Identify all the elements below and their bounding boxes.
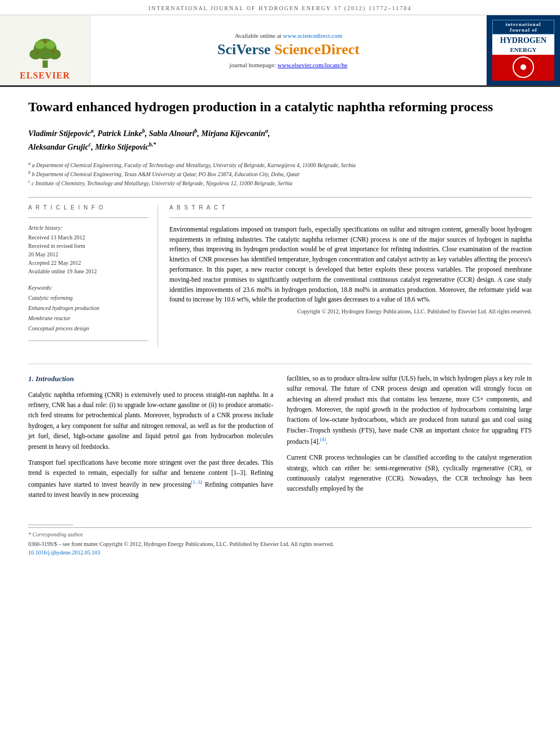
intro-para-1: Catalytic naphtha reforming (CNR) is ext… bbox=[28, 390, 273, 452]
article-title: Toward enhanced hydrogen production in a… bbox=[28, 98, 532, 116]
revised-label: Received in revised form bbox=[28, 242, 148, 250]
logo-circle-icon bbox=[495, 56, 552, 78]
svg-rect-0 bbox=[42, 61, 47, 68]
svg-point-2 bbox=[29, 49, 42, 59]
journal-logo-box: international Journal of HYDROGEN ENERGY bbox=[487, 15, 560, 85]
journal-homepage-link[interactable]: www.elsevier.com/locate/he bbox=[278, 62, 348, 68]
intro-heading: 1. Introduction bbox=[28, 373, 273, 385]
footer-line bbox=[28, 525, 73, 525]
journal-homepage: journal homepage: www.elsevier.com/locat… bbox=[230, 62, 348, 68]
keyword-3: Membrane reactor bbox=[28, 313, 148, 324]
received-date: Received 13 March 2012 bbox=[28, 233, 148, 242]
article-info-abstract: A R T I C L E I N F O Article history: R… bbox=[28, 204, 532, 348]
content-col-left: 1. Introduction Catalytic naphtha reform… bbox=[28, 373, 273, 506]
authors: Vladimir Stijepovica, Patrick Linkeb, Sa… bbox=[28, 126, 532, 154]
doi-footnote: 10.1016/j.ijhydene.2012.05.103 bbox=[28, 548, 532, 557]
svg-point-5 bbox=[45, 41, 55, 50]
hydrogen-energy-logo: international Journal of HYDROGEN ENERGY bbox=[492, 20, 554, 81]
sciverse-box: Available online at www.sciencedirect.co… bbox=[90, 15, 487, 85]
accepted-date: Accepted 22 May 2012 bbox=[28, 259, 148, 267]
intro-para-2: Transport fuel specifications have becom… bbox=[28, 457, 273, 500]
svg-point-6 bbox=[36, 52, 38, 54]
svg-point-4 bbox=[34, 41, 45, 50]
keyword-1: Catalytic reforming bbox=[28, 293, 148, 303]
keyword-2: Enhanced hydrogen production bbox=[28, 303, 148, 313]
svg-point-11 bbox=[520, 64, 526, 70]
publisher-header: ELSEVIER Available online at www.science… bbox=[0, 15, 560, 87]
keywords-label: Keywords: bbox=[28, 285, 148, 291]
affiliations: a a Department of Chemical Engineering, … bbox=[28, 160, 532, 188]
article-info-col: A R T I C L E I N F O Article history: R… bbox=[28, 204, 158, 348]
keyword-4: Conceptual process design bbox=[28, 324, 148, 334]
sciencedirect-link[interactable]: www.sciencedirect.com bbox=[283, 32, 342, 39]
article-footer: * Corresponding author. 0360-3199/$ – se… bbox=[28, 527, 532, 560]
abstract-col: A B S T R A C T Environmental regulation… bbox=[169, 204, 532, 348]
revised-date: 20 May 2012 bbox=[28, 250, 148, 259]
elsevier-logo-box: ELSEVIER bbox=[0, 15, 90, 85]
doi-link[interactable]: 10.1016/j.ijhydene.2012.05.103 bbox=[28, 549, 100, 556]
divider-info-1 bbox=[28, 217, 148, 218]
svg-point-3 bbox=[48, 49, 60, 59]
copyright-line: Copyright © 2012, Hydrogen Energy Public… bbox=[169, 308, 532, 314]
available-date: Available online 19 June 2012 bbox=[28, 267, 148, 276]
article-sections: 1. Introduction Catalytic naphtha reform… bbox=[28, 364, 532, 506]
intro-para-4: Current CNR process technologies can be … bbox=[287, 452, 532, 494]
article-info-label: A R T I C L E I N F O bbox=[28, 204, 148, 211]
content-col-right: facilities, so as to produce ultra-low s… bbox=[287, 373, 532, 506]
journal-header-bar: International Journal of Hydrogen Energy… bbox=[0, 0, 560, 15]
two-col-content: 1. Introduction Catalytic naphtha reform… bbox=[28, 373, 532, 506]
divider-info-2 bbox=[28, 340, 148, 341]
elsevier-label: ELSEVIER bbox=[20, 71, 70, 81]
intro-para-3: facilities, so as to produce ultra-low s… bbox=[287, 373, 532, 447]
sciverse-title: SciVerse ScienceDirect bbox=[217, 41, 360, 58]
abstract-label: A B S T R A C T bbox=[169, 204, 532, 211]
journal-header-text: International Journal of Hydrogen Energy… bbox=[148, 5, 412, 11]
article-body: Toward enhanced hydrogen production in a… bbox=[0, 87, 560, 522]
elsevier-tree-icon bbox=[23, 34, 68, 68]
corresponding-note: * Corresponding author. bbox=[28, 531, 532, 538]
svg-point-8 bbox=[44, 41, 46, 43]
svg-point-7 bbox=[52, 51, 54, 53]
keywords-list: Catalytic reforming Enhanced hydrogen pr… bbox=[28, 293, 148, 334]
abstract-text: Environmental regulations imposed on tra… bbox=[169, 225, 532, 305]
available-online: Available online at www.sciencedirect.co… bbox=[235, 32, 343, 39]
divider-abstract bbox=[169, 217, 532, 218]
history-label: Article history: bbox=[28, 225, 148, 231]
issn-footnote: 0360-3199/$ – see front matter Copyright… bbox=[28, 540, 532, 548]
divider-1 bbox=[28, 197, 532, 198]
